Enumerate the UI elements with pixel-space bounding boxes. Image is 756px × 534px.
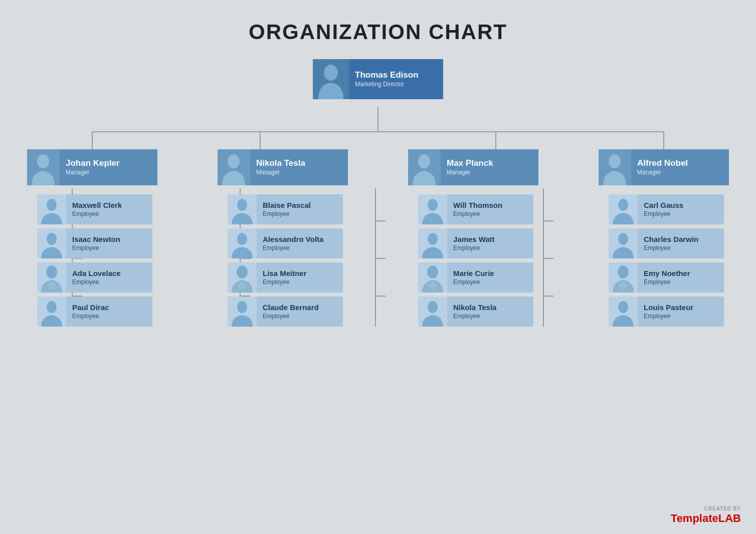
manager-1-avatar (218, 149, 250, 185)
svg-point-50 (427, 265, 438, 279)
svg-point-56 (618, 265, 629, 279)
employee-node-2-3[interactable]: Nikola Tesla Employee (418, 297, 533, 327)
employee-node-0-1[interactable]: Isaac Newton Employee (37, 228, 152, 258)
employee-node-3-0[interactable]: Carl Gauss Employee (609, 194, 724, 224)
employee-node-2-2[interactable]: Marie Curie Employee (418, 262, 533, 293)
svg-point-57 (619, 282, 627, 290)
employee-node-1-0[interactable]: Blaise Pascal Employee (228, 194, 343, 224)
svg-point-37 (47, 233, 57, 245)
employee-node-3-2[interactable]: Emy Noether Employee (609, 262, 724, 293)
svg-point-54 (618, 199, 628, 211)
svg-point-55 (618, 233, 628, 245)
emp-0-2-avatar (37, 262, 66, 293)
svg-point-48 (428, 199, 438, 211)
manager-0-text: Johan Kepler Manager (60, 155, 126, 180)
org-chart: Thomas Edison Marketing Director Johan K… (27, 59, 729, 327)
watermark: CREATED BY TemplateLAB (671, 506, 741, 525)
svg-point-34 (324, 65, 338, 81)
manager-node-3[interactable]: Alfred Nobel Manager (599, 149, 729, 185)
employee-col-0: Maxwell Clerk Employee Isaac Newton Empl… (27, 194, 152, 327)
manager-node-0[interactable]: Johan Kepler Manager (27, 149, 157, 185)
svg-point-41 (228, 154, 240, 168)
root-node[interactable]: Thomas Edison Marketing Director (313, 59, 443, 99)
watermark-created-by: CREATED BY (704, 506, 741, 512)
employee-node-2-0[interactable]: Will Thomson Employee (418, 194, 533, 224)
employee-col-2: Will Thomson Employee James Watt Employe… (408, 194, 533, 327)
svg-point-52 (428, 301, 438, 313)
manager-0-role: Manager (66, 169, 120, 177)
svg-point-44 (237, 265, 248, 279)
root-name: Thomas Edison (355, 70, 419, 81)
employee-node-3-3[interactable]: Louis Pasteur Employee (609, 297, 724, 327)
employee-node-1-3[interactable]: Claude Bernard Employee (228, 297, 343, 327)
svg-point-40 (47, 301, 57, 313)
root-avatar (313, 59, 349, 99)
employee-node-1-2[interactable]: Lisa Meitner Employee (228, 262, 343, 293)
employee-col-3: Carl Gauss Employee Charles Darwin Emplo… (599, 194, 724, 327)
watermark-brand: TemplateLAB (671, 512, 741, 525)
svg-point-51 (429, 282, 437, 290)
root-text: Thomas Edison Marketing Director (349, 67, 425, 92)
employee-node-1-1[interactable]: Alessandro Volta Employee (228, 228, 343, 258)
emp-0-0-avatar (37, 194, 66, 224)
employee-node-2-1[interactable]: James Watt Employee (418, 228, 533, 258)
employee-col-1: Blaise Pascal Employee Alessandro Volta … (218, 194, 343, 327)
svg-point-42 (237, 199, 247, 211)
svg-point-45 (238, 282, 246, 290)
manager-node-2[interactable]: Max Planck Manager (408, 149, 538, 185)
employee-node-0-3[interactable]: Paul Dirac Employee (37, 297, 152, 327)
svg-point-43 (237, 233, 247, 245)
manager-0-avatar (27, 149, 60, 185)
svg-point-38 (46, 265, 57, 279)
employee-node-0-2[interactable]: Ada Lovelace Employee (37, 262, 152, 293)
svg-point-46 (237, 301, 247, 313)
root-role: Marketing Director (355, 81, 419, 89)
svg-point-58 (618, 301, 628, 313)
svg-point-39 (48, 282, 56, 290)
svg-point-47 (418, 154, 430, 168)
svg-point-49 (428, 233, 438, 245)
manager-0-name: Johan Kepler (66, 158, 120, 169)
page-title: ORGANIZATION CHART (0, 0, 756, 59)
svg-point-36 (47, 199, 57, 211)
employee-node-0-0[interactable]: Maxwell Clerk Employee (37, 194, 152, 224)
svg-point-35 (37, 154, 49, 168)
manager-node-1[interactable]: Nikola Tesla Manager (218, 149, 348, 185)
emp-0-1-avatar (37, 228, 66, 258)
employee-node-3-1[interactable]: Charles Darwin Employee (609, 228, 724, 258)
emp-0-3-avatar (37, 297, 66, 327)
svg-point-53 (609, 154, 621, 168)
